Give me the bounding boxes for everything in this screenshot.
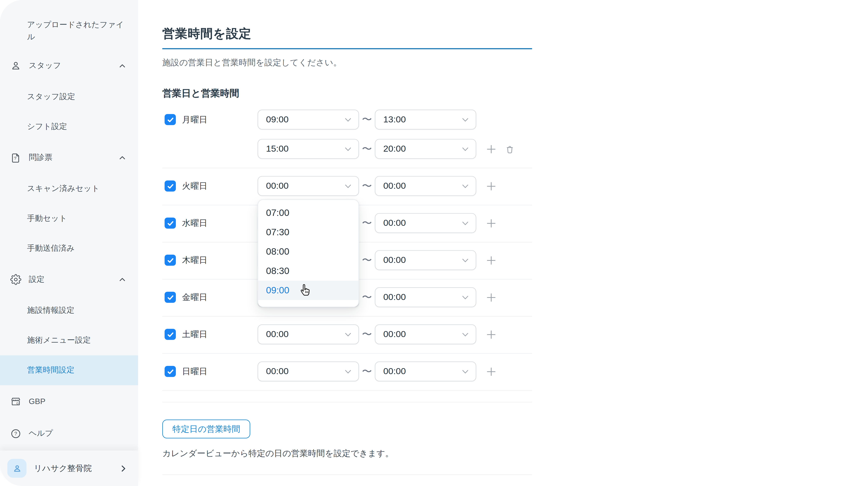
end-time-select[interactable]: 00:00 [375, 287, 476, 307]
chevron-down-icon [344, 182, 352, 190]
sidebar-item-staff-settings[interactable]: スタッフ設定 [0, 82, 138, 112]
clinic-switcher[interactable]: リハサク整骨院 [0, 451, 138, 486]
sidebar-item-staff[interactable]: スタッフ [0, 50, 138, 82]
sidebar-item-label: アップロードされたファイル [27, 18, 127, 43]
day-checkbox[interactable]: 月曜日 [164, 114, 208, 125]
range-separator: 〜 [359, 216, 375, 230]
time-range-row: 00:00 〜 00:00 [258, 176, 532, 196]
checkbox-checked[interactable] [164, 114, 176, 125]
start-time-select[interactable]: 00:00 [258, 176, 359, 196]
day-label: 土曜日 [182, 329, 208, 339]
special-day-hours-button[interactable]: 特定日の営業時間 [162, 420, 250, 438]
checkbox-checked[interactable] [164, 292, 176, 303]
sidebar-item-scanned-set[interactable]: スキャン済みセット [0, 174, 138, 204]
delete-range-button[interactable] [504, 144, 515, 154]
start-time-select[interactable]: 00:00 [258, 324, 359, 344]
range-separator: 〜 [359, 179, 375, 193]
end-time-select[interactable]: 00:00 [375, 361, 476, 381]
sidebar-item-uploaded-files[interactable]: アップロードされたファイル [0, 11, 138, 50]
sidebar-item-help[interactable]: ?ヘルプ [0, 417, 138, 450]
dropdown-option[interactable]: 08:30 [258, 261, 359, 281]
end-time-value: 00:00 [383, 255, 406, 265]
day-label: 金曜日 [182, 292, 208, 302]
add-range-button[interactable] [486, 255, 496, 265]
sidebar-item-label: スタッフ設定 [27, 92, 75, 102]
sidebar-item-label: スタッフ [29, 61, 61, 71]
app-window: アップロードされたファイルスタッフスタッフ設定シフト設定?問診票スキャン済みセッ… [0, 0, 868, 486]
day-label: 日曜日 [182, 366, 208, 376]
sidebar-item-treatment-menu-settings[interactable]: 施術メニュー設定 [0, 326, 138, 355]
chevron-right-icon [118, 463, 128, 473]
end-time-select[interactable]: 00:00 [375, 176, 476, 196]
start-time-select[interactable]: 09:00 [258, 110, 359, 129]
sidebar-item-manual-sent[interactable]: 手動送信済み [0, 234, 138, 264]
sidebar-item-label: 営業時間設定 [27, 365, 74, 375]
sidebar-item-questionnaire[interactable]: ?問診票 [0, 142, 138, 174]
checkbox-checked[interactable] [164, 218, 176, 229]
range-actions [486, 181, 496, 191]
sidebar-item-gbp[interactable]: GGBP [0, 385, 138, 417]
range-actions [486, 293, 496, 302]
sidebar-item-label: GBP [29, 397, 45, 406]
dropdown-option[interactable]: 07:00 [258, 203, 359, 222]
checkbox-checked[interactable] [164, 180, 176, 191]
start-time-select[interactable]: 15:00 [258, 139, 359, 159]
checkbox-checked[interactable] [164, 255, 176, 266]
sidebar-item-label: 手動セット [27, 214, 67, 223]
section-divider [162, 402, 532, 402]
chevron-down-icon [461, 293, 469, 301]
add-range-button[interactable] [486, 330, 496, 339]
chevron-up-icon [118, 153, 127, 162]
day-checkbox[interactable]: 水曜日 [164, 218, 208, 229]
add-range-button[interactable] [486, 144, 496, 154]
start-time-value: 00:00 [266, 181, 289, 191]
range-separator: 〜 [359, 113, 375, 126]
chevron-down-icon [461, 182, 469, 190]
sidebar: アップロードされたファイルスタッフスタッフ設定シフト設定?問診票スキャン済みセッ… [0, 0, 138, 486]
dropdown-option[interactable]: 08:00 [258, 242, 359, 261]
chevron-up-icon [118, 61, 127, 70]
chevron-down-icon [344, 330, 352, 338]
day-row: 日曜日 00:00 〜 00:00 [162, 354, 532, 391]
clinic-avatar [7, 459, 27, 478]
day-checkbox[interactable]: 日曜日 [164, 366, 208, 377]
chevron-down-icon [344, 115, 352, 124]
sidebar-item-label: 手動送信済み [27, 244, 74, 253]
day-checkbox[interactable]: 木曜日 [164, 255, 208, 266]
business-hours-page: 営業時間を設定 施設の営業日と営業時間を設定してください。 営業日と営業時間 月… [162, 0, 532, 486]
add-range-button[interactable] [486, 181, 496, 191]
dropdown-option[interactable]: 09:00 [258, 281, 359, 300]
day-label: 月曜日 [182, 114, 208, 125]
day-label: 水曜日 [182, 218, 208, 228]
end-time-select[interactable]: 00:00 [375, 213, 476, 233]
day-checkbox[interactable]: 火曜日 [164, 180, 208, 191]
checkbox-checked[interactable] [164, 366, 176, 377]
checkbox-checked[interactable] [164, 329, 176, 340]
sidebar-item-facility-info-settings[interactable]: 施設情報設定 [0, 296, 138, 326]
svg-text:G: G [16, 401, 19, 405]
dropdown-option[interactable]: 07:30 [258, 222, 359, 242]
start-time-select[interactable]: 00:00 [258, 361, 359, 381]
section-heading: 営業日と営業時間 [162, 87, 239, 100]
sidebar-item-shift-settings[interactable]: シフト設定 [0, 112, 138, 142]
add-range-button[interactable] [486, 367, 496, 376]
time-range-row: 15:00 〜 20:00 [258, 139, 532, 159]
end-time-select[interactable]: 00:00 [375, 324, 476, 344]
day-checkbox[interactable]: 金曜日 [164, 292, 208, 303]
day-label: 木曜日 [182, 255, 208, 265]
end-time-select[interactable]: 00:00 [375, 250, 476, 270]
add-range-button[interactable] [486, 293, 496, 302]
page-title: 営業時間を設定 [162, 26, 251, 42]
end-time-select[interactable]: 13:00 [375, 110, 476, 129]
add-range-button[interactable] [486, 218, 496, 228]
range-separator: 〜 [359, 142, 375, 156]
chevron-down-icon [461, 115, 469, 124]
sidebar-item-manual-set[interactable]: 手動セット [0, 204, 138, 234]
sidebar-item-label: 問診票 [29, 153, 53, 163]
sidebar-nav: アップロードされたファイルスタッフスタッフ設定シフト設定?問診票スキャン済みセッ… [0, 0, 138, 451]
sidebar-item-settings[interactable]: 設定 [0, 264, 138, 296]
sidebar-item-business-hours-settings[interactable]: 営業時間設定 [0, 355, 138, 385]
day-checkbox[interactable]: 土曜日 [164, 329, 208, 340]
sidebar-item-label: ヘルプ [29, 428, 53, 438]
end-time-select[interactable]: 20:00 [375, 139, 476, 159]
